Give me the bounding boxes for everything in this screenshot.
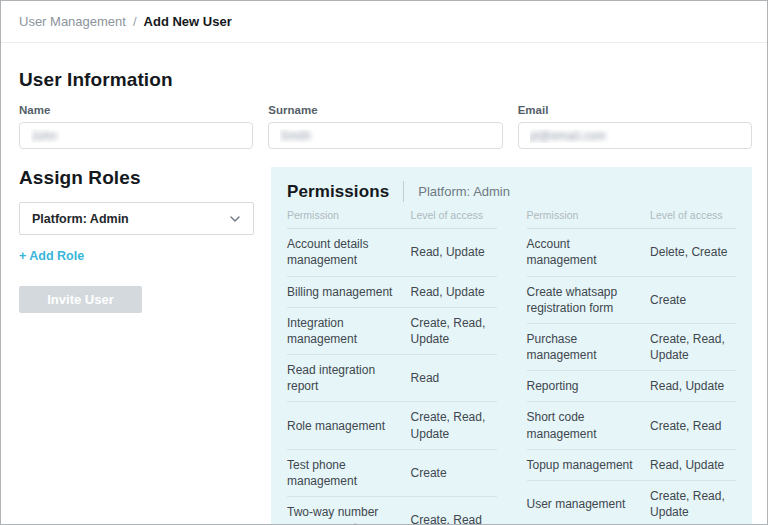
permission-row: Test phone managementCreate (287, 450, 497, 497)
permission-level: Create, Read, Update (411, 315, 497, 347)
breadcrumb-user-management[interactable]: User Management (19, 14, 126, 29)
permission-name: Test phone management (287, 457, 411, 489)
permission-level: Create, Read, Update (650, 488, 736, 520)
name-field: Name (19, 104, 253, 149)
permission-level: Read (411, 370, 497, 386)
permission-column-header: Permission (527, 208, 651, 222)
permission-row: Account managementDelete, Create (527, 229, 737, 276)
lower-area: Assign Roles Platform: Admin + Add Role … (19, 167, 752, 525)
user-information-title: User Information (19, 69, 752, 91)
permission-level: Read, Update (411, 244, 497, 260)
invite-user-button[interactable]: Invite User (19, 286, 142, 313)
name-input[interactable] (19, 122, 253, 149)
chevron-down-icon (229, 213, 241, 225)
permissions-column-header-row: Permission Level of access (527, 208, 737, 229)
add-new-user-page: User Management / Add New User User Info… (0, 0, 768, 525)
permissions-column-header-row: Permission Level of access (287, 208, 497, 229)
permissions-role-subtitle: Platform: Admin (418, 184, 510, 199)
main-content: User Information Name Surname Email Assi… (1, 43, 767, 525)
permissions-title-divider (403, 181, 404, 202)
permission-row: Read integration reportRead (287, 355, 497, 402)
name-label: Name (19, 104, 253, 116)
permission-row: Topup managementRead, Update (527, 450, 737, 481)
permission-column-header: Permission (287, 208, 411, 222)
breadcrumb-current: Add New User (144, 14, 232, 29)
permission-name: Topup management (527, 457, 651, 473)
assign-roles-title: Assign Roles (19, 167, 254, 189)
permission-row: User managementCreate, Read, Update (527, 481, 737, 525)
permission-name: Account management (527, 236, 651, 268)
level-of-access-column-header: Level of access (650, 208, 736, 222)
permission-name: User management (527, 496, 651, 512)
user-information-fields: Name Surname Email (19, 104, 752, 149)
role-select[interactable]: Platform: Admin (19, 202, 254, 235)
surname-input[interactable] (268, 122, 502, 149)
permission-name: Read integration report (287, 362, 411, 394)
surname-label: Surname (268, 104, 502, 116)
permission-name: Integration management (287, 315, 411, 347)
add-role-link[interactable]: + Add Role (19, 249, 84, 263)
permission-row: Billing managementRead, Update (287, 277, 497, 308)
permission-row: Account details managementRead, Update (287, 229, 497, 276)
permissions-panel: Permissions Platform: Admin Permission L… (271, 167, 752, 525)
permission-row: Create whatsapp registration formCreate (527, 277, 737, 324)
email-label: Email (518, 104, 752, 116)
permission-level: Create, Read, Update (650, 331, 736, 363)
breadcrumb-separator: / (133, 14, 137, 29)
assign-roles-section: Assign Roles Platform: Admin + Add Role … (19, 167, 254, 313)
permission-row: Short code managementCreate, Read (527, 402, 737, 449)
permission-level: Create (650, 292, 736, 308)
permission-name: Account details management (287, 236, 411, 268)
permission-level: Create, Read (411, 512, 497, 525)
breadcrumb: User Management / Add New User (1, 1, 767, 43)
permission-row: Integration managementCreate, Read, Upda… (287, 308, 497, 355)
permissions-column-1: Permission Level of access Account detai… (287, 208, 497, 525)
permission-level: Read, Update (650, 457, 736, 473)
permission-level: Delete, Create (650, 244, 736, 260)
permission-name: Reporting (527, 378, 651, 394)
permission-row: Purchase managementCreate, Read, Update (527, 324, 737, 371)
permissions-header: Permissions Platform: Admin (287, 181, 736, 202)
permission-level: Create (411, 465, 497, 481)
permission-level: Create, Read, Update (411, 409, 497, 441)
permission-level: Create, Read (650, 418, 736, 434)
email-input[interactable] (518, 122, 752, 149)
surname-field: Surname (268, 104, 502, 149)
role-select-value: Platform: Admin (32, 212, 129, 226)
email-field: Email (518, 104, 752, 149)
permission-row: Role managementCreate, Read, Update (287, 402, 497, 449)
permissions-rows-1: Account details managementRead, UpdateBi… (287, 229, 497, 525)
permission-level: Read, Update (411, 284, 497, 300)
permission-name: Two-way number management (287, 504, 411, 525)
permission-level: Read, Update (650, 378, 736, 394)
permission-name: Purchase management (527, 331, 651, 363)
permission-row: Two-way number managementCreate, Read (287, 497, 497, 525)
permissions-rows-2: Account managementDelete, CreateCreate w… (527, 229, 737, 525)
permissions-column-2: Permission Level of access Account manag… (527, 208, 737, 525)
permission-name: Role management (287, 418, 411, 434)
level-of-access-column-header: Level of access (411, 208, 497, 222)
permission-name: Billing management (287, 284, 411, 300)
permission-row: ReportingRead, Update (527, 371, 737, 402)
permission-name: Create whatsapp registration form (527, 284, 651, 316)
permission-name: Short code management (527, 409, 651, 441)
permissions-title: Permissions (287, 182, 389, 202)
permissions-grid: Permission Level of access Account detai… (287, 208, 736, 525)
